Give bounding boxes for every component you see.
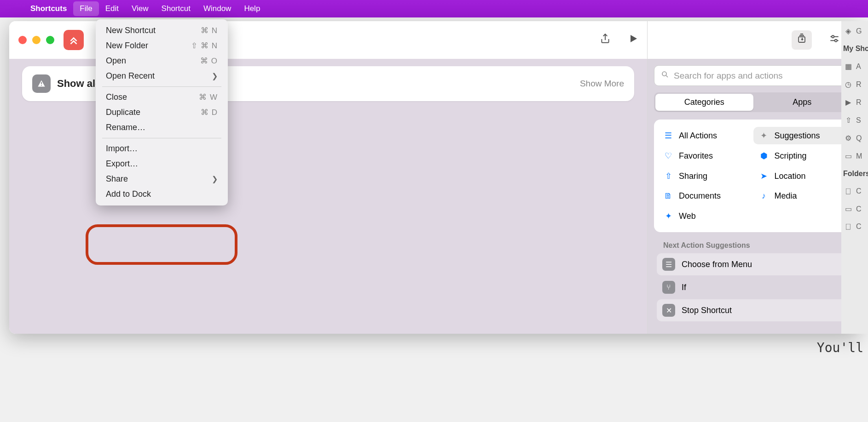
branch-icon: ⑂ (662, 281, 675, 294)
next-action-suggestions: Next Action Suggestions ☰Choose from Men… (654, 239, 852, 321)
menubar-item-view[interactable]: View (125, 1, 155, 16)
menubar: Shortcuts File Edit View Shortcut Window… (0, 0, 868, 17)
menu-close[interactable]: Close⌘ W (96, 90, 228, 105)
media-icon: ♪ (759, 191, 769, 201)
menu-separator (102, 138, 221, 138)
sparkle-icon: ✦ (759, 131, 769, 141)
menu-separator (102, 86, 221, 87)
category-all-actions[interactable]: ☰All Actions (658, 127, 753, 144)
clock-icon: ◷ (843, 80, 853, 89)
location-icon: ➤ (759, 171, 769, 181)
search-input[interactable]: Search for apps and actions (654, 65, 852, 86)
category-sharing[interactable]: ⇧Sharing (658, 167, 753, 185)
menu-share[interactable]: Share❯ (96, 171, 228, 187)
heart-icon: ♡ (663, 151, 673, 161)
svg-point-3 (662, 72, 666, 76)
svg-point-1 (832, 35, 834, 38)
menu-open-recent[interactable]: Open Recent❯ (96, 68, 228, 84)
svg-point-2 (835, 40, 837, 42)
menubar-item-help[interactable]: Help (237, 1, 266, 16)
shortcuts-app-icon (64, 30, 84, 50)
categories-panel: ☰All Actions ✦Suggestions ♡Favorites ⬢Sc… (654, 120, 852, 232)
menu-import[interactable]: Import… (96, 141, 228, 156)
category-favorites[interactable]: ♡Favorites (658, 147, 753, 165)
traffic-lights (18, 36, 54, 44)
list-icon: ☰ (663, 131, 673, 141)
window-icon: ▭ (843, 152, 853, 160)
menu-rename[interactable]: Rename… (96, 120, 228, 135)
minimize-window-button[interactable] (32, 36, 41, 44)
category-web[interactable]: ✦Web (658, 207, 753, 225)
category-media[interactable]: ♪Media (753, 188, 849, 205)
alert-icon (32, 74, 51, 93)
category-documents[interactable]: 🗎Documents (658, 188, 753, 205)
menu-open[interactable]: Open⌘ O (96, 53, 228, 68)
menubar-item-file[interactable]: File (73, 1, 98, 16)
show-more-button[interactable]: Show More (580, 79, 624, 89)
suggestion-stop-shortcut[interactable]: ✕Stop Shortcut (657, 299, 850, 321)
menubar-app-name[interactable]: Shortcuts (24, 1, 73, 16)
share-cat-icon: ⇧ (663, 171, 673, 181)
category-suggestions[interactable]: ✦Suggestions (753, 127, 849, 144)
menubar-item-window[interactable]: Window (197, 1, 237, 16)
share-sheet-icon: ⇧ (843, 116, 853, 125)
menu-new-shortcut[interactable]: New Shortcut⌘ N (96, 23, 228, 38)
play-icon[interactable] (628, 33, 639, 47)
actions-sidebar: Search for apps and actions Categories A… (647, 21, 859, 334)
segment-categories[interactable]: Categories (655, 94, 753, 111)
suggestion-choose-from-menu[interactable]: ☰Choose from Menu (657, 253, 850, 275)
maximize-window-button[interactable] (46, 36, 54, 44)
stop-icon: ✕ (662, 304, 675, 317)
category-scripting[interactable]: ⬢Scripting (753, 147, 849, 165)
menubar-item-edit[interactable]: Edit (99, 1, 125, 16)
chevron-right-icon: ❯ (212, 72, 218, 80)
bookmark-icon: ⎕ (843, 187, 853, 195)
bookmark2-icon: ⎕ (843, 222, 853, 231)
gear-icon: ⚙ (843, 134, 853, 143)
search-icon (661, 70, 669, 81)
suggestion-if[interactable]: ⑂If (657, 276, 850, 298)
background-text: You'll (817, 340, 863, 355)
file-menu-dropdown: New Shortcut⌘ N New Folder⇧ ⌘ N Open⌘ O … (96, 19, 228, 205)
web-icon: ✦ (663, 211, 673, 221)
menu-duplicate[interactable]: Duplicate⌘ D (96, 105, 228, 120)
menu-add-to-dock[interactable]: Add to Dock (96, 187, 228, 202)
menu-icon: ☰ (662, 258, 675, 271)
sidebar-toolbar (648, 21, 859, 59)
suggestions-header: Next Action Suggestions (657, 239, 850, 252)
menu-new-folder[interactable]: New Folder⇧ ⌘ N (96, 38, 228, 53)
menubar-item-shortcut[interactable]: Shortcut (155, 1, 197, 16)
gallery-icon: ◈ (843, 27, 853, 35)
category-location[interactable]: ➤Location (753, 167, 849, 185)
background-window-strip: ◈G My Sho ▦A ◷R ▶R ⇧S ⚙Q ▭M Folders ⎕C ▭… (841, 21, 868, 334)
play-circle-icon: ▶ (843, 98, 853, 107)
scripting-icon: ⬢ (759, 151, 769, 161)
chevron-right-icon: ❯ (212, 175, 218, 183)
library-icon[interactable] (792, 30, 812, 50)
grid-icon: ▦ (843, 62, 853, 71)
search-placeholder: Search for apps and actions (674, 71, 783, 81)
close-window-button[interactable] (18, 36, 27, 44)
menu-export[interactable]: Export… (96, 156, 228, 171)
folder-icon: ▭ (843, 205, 853, 213)
share-icon[interactable] (599, 33, 611, 48)
document-icon: 🗎 (663, 191, 673, 201)
segment-control: Categories Apps (654, 92, 852, 112)
segment-apps[interactable]: Apps (753, 94, 851, 111)
